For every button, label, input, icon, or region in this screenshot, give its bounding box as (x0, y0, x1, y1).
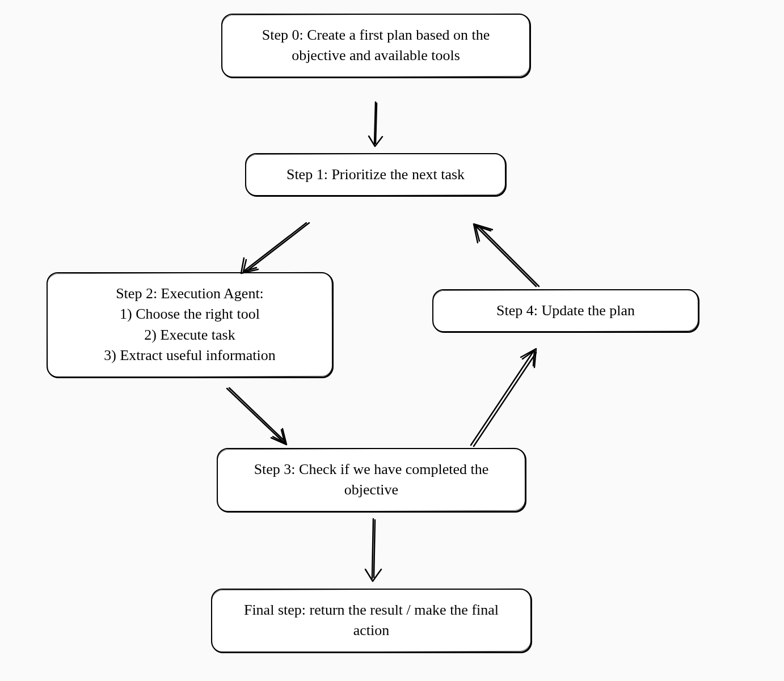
node-step3: Step 3: Check if we have completed the o… (217, 448, 526, 512)
node-step4: Step 4: Update the plan (432, 289, 699, 332)
arrow-step3-final (365, 519, 381, 581)
arrow-step3-step4 (471, 349, 536, 446)
arrow-step2-step3 (227, 388, 286, 445)
node-step2: Step 2: Execution Agent:1) Choose the ri… (47, 272, 333, 378)
arrow-step0-step1 (369, 102, 382, 146)
node-step0: Step 0: Create a first plan based on the… (221, 14, 530, 78)
arrow-step1-step2 (241, 223, 309, 273)
node-step1: Step 1: Prioritize the next task (245, 153, 506, 196)
node-final: Final step: return the result / make the… (211, 589, 532, 653)
arrow-step4-step1 (474, 224, 539, 286)
